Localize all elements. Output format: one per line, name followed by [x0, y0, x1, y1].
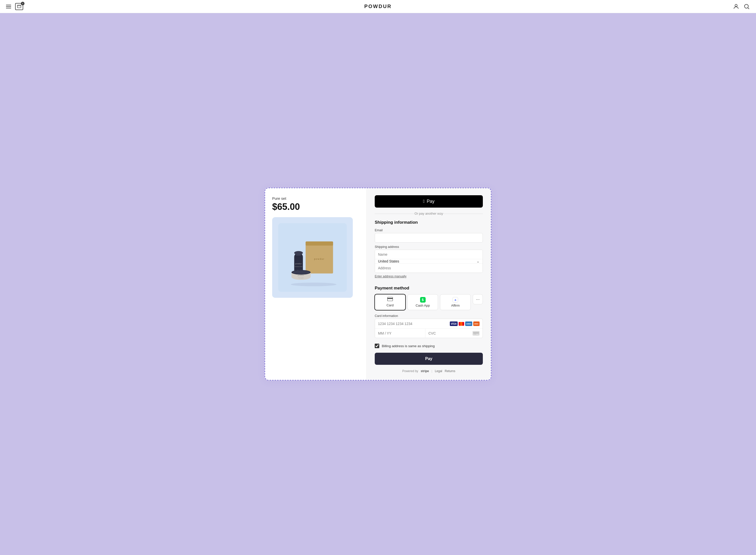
cvc-icon — [472, 331, 479, 336]
checkout-footer: Powered by stripe | Legal Returns — [375, 369, 483, 373]
payment-card-button[interactable]: Card — [375, 294, 406, 310]
left-panel: Pure set $65.00 powdur powdu — [265, 188, 366, 380]
email-group: Email — [375, 228, 483, 243]
billing-checkbox[interactable] — [375, 344, 379, 348]
card-number-input[interactable] — [378, 322, 448, 326]
hamburger-icon[interactable] — [6, 5, 11, 8]
svg-rect-23 — [473, 333, 479, 333]
cashapp-label: Cash App — [416, 304, 430, 307]
mastercard-logo — [459, 322, 464, 326]
svg-rect-5 — [306, 242, 333, 246]
card-logos: VISA AMEX DISC — [450, 322, 479, 326]
navbar: 0 POWDUR — [0, 0, 756, 13]
svg-rect-20 — [387, 297, 392, 301]
svg-text:powdur: powdur — [298, 274, 304, 276]
cart-badge: 0 — [21, 2, 25, 5]
svg-text:powdur: powdur — [314, 257, 325, 260]
card-number-row: VISA AMEX DISC — [375, 319, 482, 329]
apple-pay-label: Pay — [427, 199, 434, 204]
user-icon[interactable] — [733, 3, 739, 10]
nav-left: 0 — [6, 3, 23, 10]
card-fields: VISA AMEX DISC — [375, 319, 483, 338]
card-payment-icon — [387, 297, 393, 302]
svg-point-19 — [291, 283, 336, 287]
country-select-wrap: United States Canada United Kingdom Aust… — [375, 259, 482, 263]
svg-rect-9 — [296, 252, 301, 256]
address-fields: United States Canada United Kingdom Aust… — [375, 250, 483, 273]
billing-row: Billing address is same as shipping — [375, 344, 483, 348]
search-icon[interactable] — [743, 3, 750, 10]
page-content: Pure set $65.00 powdur powdu — [0, 13, 756, 555]
shipping-section-title: Shipping information — [375, 220, 483, 225]
card-info-label: Card information — [375, 314, 483, 318]
svg-point-2 — [745, 4, 748, 8]
svg-point-1 — [735, 4, 737, 6]
email-label: Email — [375, 228, 483, 232]
chevron-down-icon: ⌄ — [476, 259, 479, 263]
product-price: $65.00 — [272, 202, 360, 212]
payment-more-button[interactable]: ··· — [473, 294, 483, 304]
amex-logo: AMEX — [465, 322, 472, 326]
footer-separator: | — [431, 369, 432, 373]
affirm-label: Affirm — [451, 304, 460, 307]
powered-by-text: Powered by — [402, 369, 418, 373]
expiry-input[interactable] — [375, 329, 425, 338]
enter-manually-link[interactable]: Enter address manually — [375, 274, 407, 278]
country-select[interactable]: United States Canada United Kingdom Aust… — [378, 259, 476, 263]
expiry-cvc-row — [375, 329, 482, 338]
svg-text:Pure glow: Pure glow — [299, 278, 304, 279]
shipping-address-group: Shipping address United States Canada Un… — [375, 245, 483, 283]
discover-logo: DISC — [473, 322, 479, 326]
pay-button[interactable]: Pay — [375, 353, 483, 365]
svg-rect-22 — [473, 332, 479, 335]
apple-logo:  — [423, 199, 425, 204]
card-info-group: Card information VISA AMEX DISC — [375, 314, 483, 341]
cart-icon[interactable]: 0 — [15, 3, 23, 10]
right-panel:  Pay Or pay another way Shipping inform… — [366, 188, 491, 380]
cvc-input[interactable] — [428, 329, 472, 338]
stripe-text: stripe — [421, 369, 429, 373]
visa-logo: VISA — [450, 322, 458, 326]
card-label: Card — [386, 303, 394, 307]
returns-link[interactable]: Returns — [445, 369, 455, 373]
payment-methods: Card $ Cash App a Affirm ··· — [375, 294, 483, 310]
shipping-address-label: Shipping address — [375, 245, 483, 249]
billing-label: Billing address is same as shipping — [382, 344, 435, 348]
svg-rect-0 — [17, 5, 21, 8]
address-input[interactable] — [375, 263, 482, 272]
payment-affirm-button[interactable]: a Affirm — [440, 294, 471, 310]
cashapp-payment-icon: $ — [420, 297, 426, 303]
product-image: powdur powdur Extreme Pure — [272, 217, 353, 298]
nav-right — [733, 3, 750, 10]
affirm-payment-icon: a — [453, 297, 458, 303]
payment-section-title: Payment method — [375, 286, 483, 291]
brand-logo: POWDUR — [364, 3, 392, 9]
svg-text:powdur: powdur — [295, 263, 302, 265]
checkout-card: Pure set $65.00 powdur powdu — [265, 188, 491, 380]
svg-rect-24 — [474, 334, 476, 335]
svg-rect-21 — [387, 298, 393, 299]
svg-point-16 — [292, 270, 310, 274]
apple-pay-button[interactable]:  Pay — [375, 195, 483, 208]
divider-text: Or pay another way — [375, 212, 483, 215]
payment-cashapp-button[interactable]: $ Cash App — [408, 294, 438, 310]
email-input[interactable] — [375, 233, 483, 243]
cvc-row — [425, 329, 482, 338]
product-name: Pure set — [272, 196, 360, 201]
name-input[interactable] — [375, 250, 482, 259]
svg-text:Extreme Pure: Extreme Pure — [295, 266, 302, 267]
legal-link[interactable]: Legal — [435, 369, 442, 373]
